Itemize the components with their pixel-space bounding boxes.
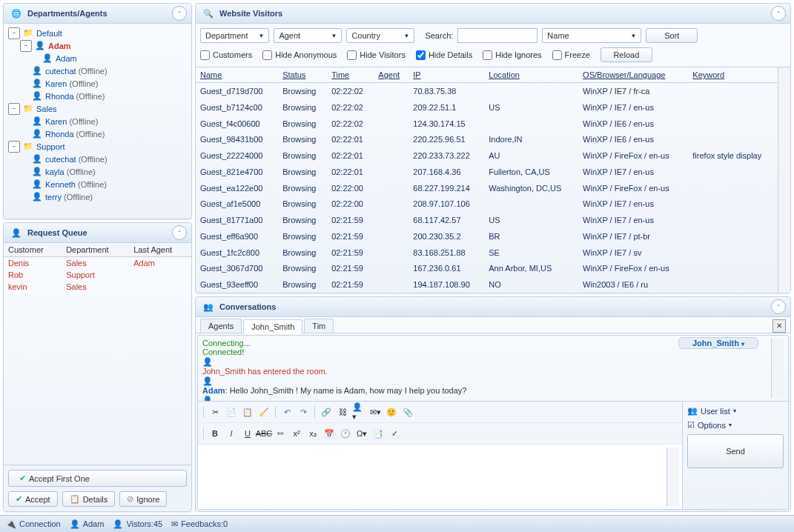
- col-last-agent[interactable]: Last Agent: [129, 243, 191, 257]
- link-icon[interactable]: 🔗: [319, 405, 334, 419]
- clean-icon[interactable]: 🧹: [257, 405, 271, 419]
- visitor-row[interactable]: Guest_98431b00Browsing02:22:01220.225.96…: [196, 131, 778, 147]
- tree-agent-label[interactable]: cutechat (Offline): [45, 155, 107, 164]
- ignore-button[interactable]: ⊘Ignore: [119, 491, 167, 507]
- spellcheck-icon[interactable]: ✓: [387, 426, 402, 441]
- tree-root-label[interactable]: Default: [36, 29, 62, 38]
- accept-button[interactable]: ✔Accept: [8, 491, 58, 507]
- visitors-scrollbar[interactable]: [778, 67, 790, 293]
- strike-icon[interactable]: ABC: [257, 426, 271, 441]
- options-link[interactable]: ☑Options ▾: [687, 420, 784, 430]
- template-icon[interactable]: 📑: [371, 426, 386, 441]
- queue-row[interactable]: kevinSales: [4, 281, 191, 293]
- user-list-link[interactable]: 👥User list ▾: [687, 406, 784, 416]
- collapse-icon[interactable]: ˇ: [771, 6, 786, 21]
- tree-agent-label[interactable]: kayla (Offline): [45, 167, 96, 176]
- col-time[interactable]: Time: [327, 67, 374, 83]
- tree-toggle[interactable]: −: [8, 103, 20, 115]
- conversation-tab[interactable]: Tim: [304, 319, 334, 333]
- col-status[interactable]: Status: [278, 67, 327, 83]
- superscript-icon[interactable]: x²: [289, 426, 304, 441]
- chat-log-scrollbar[interactable]: [771, 339, 784, 398]
- search-field-select[interactable]: Name▼: [542, 28, 641, 43]
- col-agent[interactable]: Agent: [374, 67, 408, 83]
- conversation-tab[interactable]: John_Smith: [243, 319, 302, 333]
- country-select[interactable]: Country▼: [346, 28, 414, 43]
- visitor-row[interactable]: Guest_ea122e00Browsing02:22:0068.227.199…: [196, 180, 778, 196]
- col-customer[interactable]: Customer: [4, 243, 62, 257]
- tree-toggle[interactable]: −: [20, 40, 32, 52]
- chat-visitor-badge[interactable]: John_Smith ▾: [678, 337, 758, 349]
- date-icon[interactable]: 📅: [322, 426, 337, 441]
- chk-hide-ignores[interactable]: Hide Ignores: [483, 50, 541, 60]
- chk-freeze[interactable]: Freeze: [552, 50, 590, 60]
- subscript-icon[interactable]: x₂: [305, 426, 320, 441]
- visitor-row[interactable]: Guest_b7124c00Browsing02:22:02209.22.51.…: [196, 99, 778, 116]
- col-name[interactable]: Name: [196, 67, 278, 83]
- email-icon[interactable]: ✉▾: [368, 405, 383, 419]
- tree-agent-label[interactable]: Rhonda (Offline): [45, 92, 105, 101]
- attach-icon[interactable]: 📎: [400, 405, 415, 419]
- editor-scrollbar[interactable]: [666, 448, 679, 506]
- conversation-tab[interactable]: Agents: [200, 319, 242, 333]
- symbol-icon[interactable]: Ω▾: [354, 426, 369, 441]
- visitor-row[interactable]: Guest_1fc2c800Browsing02:21:5983.168.251…: [196, 245, 778, 261]
- bold-icon[interactable]: B: [208, 426, 222, 441]
- send-button[interactable]: Send: [687, 434, 784, 468]
- status-connection[interactable]: 🔌Connection: [6, 519, 61, 529]
- collapse-icon[interactable]: ˇ: [172, 6, 187, 21]
- redo-icon[interactable]: ↷: [296, 405, 311, 419]
- unlink-icon[interactable]: ⛓: [335, 405, 350, 419]
- visitor-row[interactable]: Guest_821e4700Browsing02:22:01207.168.4.…: [196, 164, 778, 180]
- chk-hide-details[interactable]: Hide Details: [416, 50, 472, 60]
- search-input[interactable]: [457, 28, 537, 43]
- details-button[interactable]: 📋Details: [62, 491, 116, 507]
- time-icon[interactable]: 🕐: [338, 426, 353, 441]
- italic-icon[interactable]: I: [224, 426, 239, 441]
- collapse-icon[interactable]: ˇ: [771, 299, 786, 314]
- col-keyword[interactable]: Keyword: [688, 67, 778, 83]
- sort-button[interactable]: Sort: [646, 28, 698, 43]
- user-send-icon[interactable]: 👤▾: [351, 405, 366, 419]
- cut-icon[interactable]: ✂: [208, 405, 222, 419]
- visitor-row[interactable]: Guest_3067d700Browsing02:21:59167.236.0.…: [196, 260, 778, 276]
- visitor-row[interactable]: Guest_f4c00600Browsing02:22:02124.30.174…: [196, 116, 778, 132]
- visitor-row[interactable]: Guest_81771a00Browsing02:21:5968.117.42.…: [196, 212, 778, 228]
- queue-row[interactable]: RobSupport: [4, 269, 191, 281]
- chk-hide-visitors[interactable]: Hide Visitors: [347, 50, 406, 60]
- tree-agent-label[interactable]: Kenneth (Offline): [45, 180, 107, 189]
- chk-hide-anon[interactable]: Hide Anonymous: [262, 50, 337, 60]
- accept-first-button[interactable]: ✔Accept First One: [8, 470, 187, 487]
- visitor-row[interactable]: Guest_eff6a900Browsing02:21:59200.230.35…: [196, 228, 778, 245]
- visitor-row[interactable]: Guest_d719d700Browsing02:22:0270.83.75.3…: [196, 83, 778, 99]
- col-os[interactable]: OS/Browser/Language: [578, 67, 688, 83]
- erase-icon[interactable]: ✏: [273, 426, 288, 441]
- department-select[interactable]: Department▼: [200, 28, 269, 43]
- emoji-icon[interactable]: 🙂: [384, 405, 399, 419]
- col-ip[interactable]: IP: [408, 67, 484, 83]
- col-location[interactable]: Location: [484, 67, 578, 83]
- tree-agent-label[interactable]: Rhonda (Offline): [45, 130, 105, 139]
- undo-icon[interactable]: ↶: [279, 405, 294, 419]
- tree-agent-label[interactable]: Karen (Offline): [45, 117, 98, 126]
- col-department[interactable]: Department: [62, 243, 129, 257]
- close-tab-icon[interactable]: ✕: [773, 319, 786, 333]
- collapse-icon[interactable]: ˇ: [172, 225, 187, 240]
- tree-agent-label[interactable]: cutechat (Offline): [45, 67, 107, 76]
- underline-icon[interactable]: U: [240, 426, 255, 441]
- message-input[interactable]: [201, 448, 666, 506]
- agent-select[interactable]: Agent▼: [274, 28, 342, 43]
- visitor-row[interactable]: Guest_93eeff00Browsing02:21:59194.187.10…: [196, 276, 778, 293]
- tree-toggle[interactable]: −: [8, 141, 20, 153]
- status-agent[interactable]: 👤Adam: [70, 519, 105, 529]
- reload-button[interactable]: Reload: [601, 47, 652, 62]
- tree-toggle[interactable]: −: [8, 27, 20, 39]
- tree-sales[interactable]: Sales: [36, 104, 57, 113]
- paste-icon[interactable]: 📋: [240, 405, 255, 419]
- tree-agent-self[interactable]: Adam: [48, 41, 71, 50]
- tree-agent-label[interactable]: Karen (Offline): [45, 79, 98, 88]
- visitor-row[interactable]: Guest_22224000Browsing02:22:01220.233.73…: [196, 147, 778, 164]
- tree-agent-sub[interactable]: Adam: [56, 54, 77, 63]
- tree-support[interactable]: Support: [36, 142, 65, 151]
- visitor-row[interactable]: Guest_af1e5000Browsing02:22:00208.97.107…: [196, 196, 778, 212]
